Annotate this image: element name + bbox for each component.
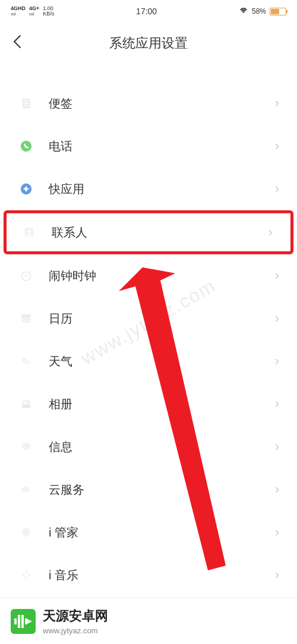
highlight-annotation: 联系人 › xyxy=(4,210,293,254)
page-header: 系统应用设置 xyxy=(0,23,297,64)
footer-branding: 天源安卓网 www.jytyaz.com xyxy=(0,598,297,644)
footer-logo-icon xyxy=(11,609,36,634)
svg-point-13 xyxy=(23,572,29,577)
list-item-phone[interactable]: 电话 › xyxy=(0,125,297,168)
item-label: i 管家 xyxy=(49,525,275,541)
svg-point-4 xyxy=(27,229,31,233)
list-item-cloud[interactable]: 云服务 › xyxy=(0,468,297,511)
phone-icon xyxy=(18,138,34,154)
list-item-contacts[interactable]: 联系人 › xyxy=(7,213,290,251)
battery-pct: 58% xyxy=(252,7,266,15)
chevron-right-icon: › xyxy=(275,439,279,454)
settings-list: 便签 › 电话 › 快应用 › 联系人 › 闹钟时钟 › xyxy=(0,82,297,596)
list-item-music[interactable]: i 音乐 › xyxy=(0,554,297,596)
shield-icon xyxy=(18,524,34,541)
list-item-notes[interactable]: 便签 › xyxy=(0,82,297,125)
network-speed: 1.00 KB/s xyxy=(43,6,54,17)
status-left: 4GHD ıııl 4G+ ıııl 1.00 KB/s xyxy=(11,6,54,17)
svg-rect-17 xyxy=(14,618,17,624)
svg-point-11 xyxy=(23,402,26,404)
list-item-weather[interactable]: 天气 › xyxy=(0,340,297,383)
list-item-manager[interactable]: i 管家 › xyxy=(0,511,297,554)
battery-icon xyxy=(270,8,286,15)
chevron-right-icon: › xyxy=(275,567,279,583)
svg-rect-16 xyxy=(21,615,24,628)
status-right: 58% xyxy=(239,7,286,16)
music-icon xyxy=(18,567,34,583)
footer-url: www.jytyaz.com xyxy=(43,626,286,635)
contacts-icon xyxy=(21,224,37,241)
list-item-gallery[interactable]: 相册 › xyxy=(0,383,297,425)
svg-rect-7 xyxy=(22,315,31,317)
cloud-icon xyxy=(18,481,34,498)
chevron-right-icon: › xyxy=(275,96,279,111)
chevron-right-icon: › xyxy=(275,396,279,412)
item-label: 闹钟时钟 xyxy=(49,268,275,284)
item-label: 日历 xyxy=(49,311,275,327)
item-label: 天气 xyxy=(49,353,275,370)
calendar-icon xyxy=(18,310,34,327)
note-icon xyxy=(18,95,34,112)
status-time: 17:00 xyxy=(136,7,157,16)
item-label: 电话 xyxy=(49,138,275,154)
chevron-right-icon: › xyxy=(275,268,279,283)
item-label: i 音乐 xyxy=(49,567,275,583)
page-title: 系统应用设置 xyxy=(12,34,285,52)
item-label: 便签 xyxy=(49,96,275,112)
footer-title: 天源安卓网 xyxy=(43,607,286,625)
status-bar: 4GHD ıııl 4G+ ıııl 1.00 KB/s 17:00 58% xyxy=(0,0,297,23)
chevron-right-icon: › xyxy=(275,353,279,369)
list-item-quickapp[interactable]: 快应用 › xyxy=(0,168,297,210)
svg-rect-15 xyxy=(18,615,20,628)
wifi-icon xyxy=(239,7,248,16)
item-label: 云服务 xyxy=(49,482,275,498)
svg-rect-12 xyxy=(22,443,31,450)
signal-indicator-1: 4GHD ıııl xyxy=(11,6,26,17)
chevron-right-icon: › xyxy=(275,482,279,497)
list-item-alarm[interactable]: 闹钟时钟 › xyxy=(0,254,297,297)
item-label: 联系人 xyxy=(52,225,268,241)
chevron-right-icon: › xyxy=(275,181,279,197)
clock-icon xyxy=(18,267,34,284)
message-icon xyxy=(18,438,34,455)
chevron-right-icon: › xyxy=(268,225,273,240)
item-label: 相册 xyxy=(49,396,275,412)
chevron-right-icon: › xyxy=(275,138,279,154)
weather-icon xyxy=(18,353,34,370)
item-label: 快应用 xyxy=(49,181,275,197)
item-label: 信息 xyxy=(49,439,275,455)
svg-point-9 xyxy=(24,360,30,364)
list-item-messages[interactable]: 信息 › xyxy=(0,425,297,468)
svg-rect-18 xyxy=(25,618,27,624)
list-item-calendar[interactable]: 日历 › xyxy=(0,297,297,340)
gallery-icon xyxy=(18,396,34,412)
back-button[interactable] xyxy=(12,33,23,54)
chevron-right-icon: › xyxy=(275,525,279,540)
signal-indicator-2: 4G+ ıııl xyxy=(29,6,39,17)
chevron-right-icon: › xyxy=(275,311,279,326)
compass-icon xyxy=(18,181,34,197)
